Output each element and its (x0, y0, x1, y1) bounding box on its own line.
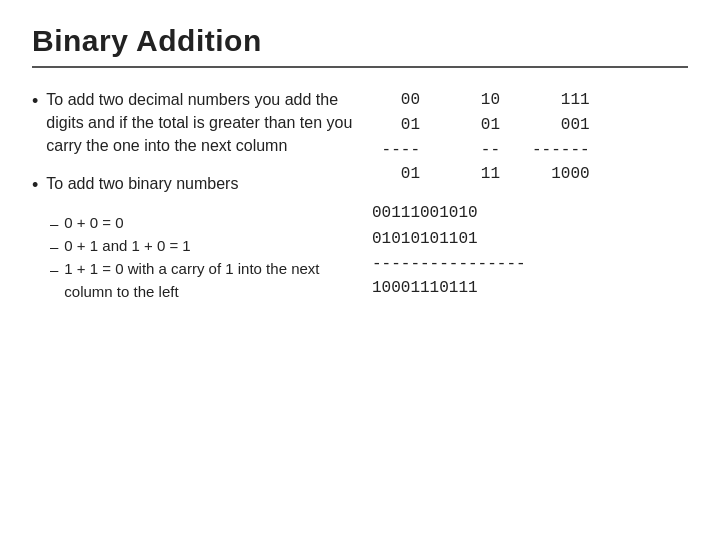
binary-num2: 01010101101 (372, 227, 688, 253)
title-bar: Binary Addition (32, 24, 688, 68)
bullet-dot-2: • (32, 173, 38, 198)
bullet-item-1: • To add two decimal numbers you add the… (32, 88, 356, 158)
content: • To add two decimal numbers you add the… (32, 88, 688, 303)
sub-bullet-text-1: 0 + 0 = 0 (64, 212, 123, 235)
binary-divider: ---------------- (372, 252, 688, 276)
table1-divider: ---- (372, 138, 420, 163)
binary-result: 10001110111 (372, 276, 688, 302)
table2-num1: 10 (452, 88, 500, 113)
right-column: 00 01 ---- 01 10 01 -- 11 111 001 ------… (372, 88, 688, 303)
binary-num1: 00111001010 (372, 201, 688, 227)
addition-tables-row: 00 01 ---- 01 10 01 -- 11 111 001 ------… (372, 88, 688, 187)
dash-3: – (50, 258, 58, 281)
dash-1: – (50, 212, 58, 235)
table2-result: 11 (452, 162, 500, 187)
sub-bullet-text-3: 1 + 1 = 0 with a carry of 1 into the nex… (64, 258, 356, 303)
table3-result: 1000 (532, 162, 590, 187)
sub-bullet-1: – 0 + 0 = 0 (50, 212, 356, 235)
add-table-3: 111 001 ------ 1000 (532, 88, 590, 187)
table2-num2: 01 (452, 113, 500, 138)
table2-divider: -- (452, 138, 500, 163)
binary-block: 00111001010 01010101101 ----------------… (372, 201, 688, 302)
page-title: Binary Addition (32, 24, 262, 58)
bullet-text-1: To add two decimal numbers you add the d… (46, 88, 356, 158)
add-table-2: 10 01 -- 11 (452, 88, 500, 187)
table1-num1: 00 (372, 88, 420, 113)
table1-num2: 01 (372, 113, 420, 138)
bullet-item-2: • To add two binary numbers (32, 172, 356, 198)
table3-divider: ------ (532, 138, 590, 163)
bullet-dot-1: • (32, 89, 38, 114)
table3-num1: 111 (532, 88, 590, 113)
sub-bullet-2: – 0 + 1 and 1 + 0 = 1 (50, 235, 356, 258)
left-column: • To add two decimal numbers you add the… (32, 88, 372, 303)
table1-result: 01 (372, 162, 420, 187)
bullet-text-2: To add two binary numbers (46, 172, 238, 195)
table3-num2: 001 (532, 113, 590, 138)
dash-2: – (50, 235, 58, 258)
sub-bullet-text-2: 0 + 1 and 1 + 0 = 1 (64, 235, 190, 258)
sub-bullets: – 0 + 0 = 0 – 0 + 1 and 1 + 0 = 1 – 1 + … (50, 212, 356, 304)
page: Binary Addition • To add two decimal num… (0, 0, 720, 540)
sub-bullet-3: – 1 + 1 = 0 with a carry of 1 into the n… (50, 258, 356, 303)
add-table-1: 00 01 ---- 01 (372, 88, 420, 187)
